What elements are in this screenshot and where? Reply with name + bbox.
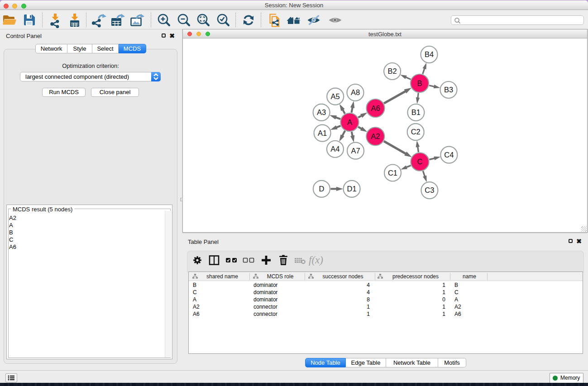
svg-text:B1: B1 [411,108,421,116]
svg-text:C2: C2 [411,128,421,136]
svg-text:C: C [417,157,423,166]
svg-text:D1: D1 [347,185,357,193]
svg-text:C1: C1 [388,169,397,177]
svg-text:B: B [417,79,422,87]
svg-text:D: D [319,185,324,193]
svg-text:A7: A7 [351,147,360,155]
svg-text:A4: A4 [330,145,339,153]
svg-text:A2: A2 [371,132,380,140]
svg-text:B4: B4 [425,50,434,58]
svg-text:C4: C4 [444,151,454,159]
svg-text:A: A [347,118,352,126]
svg-text:f(x): f(x) [309,254,323,266]
svg-text:A5: A5 [331,92,340,100]
svg-text:C3: C3 [425,186,434,194]
svg-text:B3: B3 [444,86,453,94]
svg-text:B2: B2 [388,67,397,75]
svg-text:A6: A6 [371,104,380,112]
svg-text:A3: A3 [317,108,326,116]
svg-text:A8: A8 [351,88,360,96]
svg-text:A1: A1 [318,129,327,137]
